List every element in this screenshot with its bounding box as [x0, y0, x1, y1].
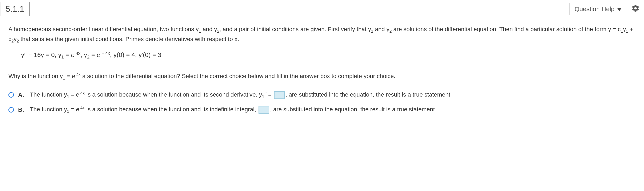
gear-icon — [631, 4, 640, 14]
text: e — [97, 51, 100, 58]
settings-button[interactable] — [631, 4, 640, 14]
sup: 4x — [74, 51, 80, 55]
content-area: A homogeneous second-order linear differ… — [0, 18, 644, 122]
text: e — [72, 73, 75, 79]
choice-b-text: The function y1 = e 4x is a solution bec… — [30, 105, 436, 115]
text: e — [71, 51, 74, 58]
question-help-button[interactable]: Question Help — [569, 3, 627, 15]
text: A homogeneous second-order linear differ… — [8, 26, 199, 32]
text: e — [76, 106, 79, 113]
text: = — [69, 91, 76, 98]
text: is a solution because when the function … — [85, 91, 262, 98]
answer-input-a[interactable] — [274, 91, 285, 99]
text: ; y(0) = 4, y′(0) = 3 — [110, 51, 161, 58]
sub: 1 — [626, 29, 628, 33]
text: , and a pair of initial conditions are g… — [219, 26, 371, 32]
text: y — [623, 26, 626, 32]
text: = — [69, 106, 76, 113]
help-label: Question Help — [574, 5, 614, 13]
choice-a-row: A. The function y1 = e 4x is a solution … — [8, 90, 636, 100]
sub: 1 — [262, 94, 264, 99]
sup: − 4x — [100, 51, 110, 55]
chevron-down-icon — [617, 5, 622, 13]
text: , are substituted into the equation, the… — [270, 106, 436, 113]
sub: 1 — [63, 76, 65, 80]
sub: 1 — [199, 29, 201, 33]
text: ′′ = — [264, 91, 273, 98]
text: , y — [80, 51, 87, 58]
sub: 2 — [217, 29, 219, 33]
svg-marker-0 — [617, 8, 622, 11]
choice-a-label: A. — [18, 91, 26, 98]
header-right: Question Help — [569, 3, 640, 15]
text: = — [65, 73, 72, 79]
text: and y — [373, 26, 389, 32]
equation-display: y′′ − 16y = 0; y1 = e 4x, y2 = e − 4x; y… — [21, 51, 636, 59]
text: y′′ − 16y = 0; y — [21, 51, 61, 58]
sub: 2 — [17, 39, 19, 43]
choice-b-row: B. The function y1 = e 4x is a solution … — [8, 105, 636, 115]
text: y — [14, 36, 17, 42]
text: and y — [201, 26, 217, 32]
header-bar: 5.1.1 Question Help — [0, 0, 644, 18]
sub: 1 — [621, 29, 623, 33]
sub: 1 — [61, 54, 64, 59]
text: e — [76, 91, 79, 98]
choice-a-text: The function y1 = e 4x is a solution bec… — [30, 90, 452, 100]
choice-b-label: B. — [18, 106, 26, 113]
radio-a[interactable] — [8, 92, 14, 98]
text: is a solution because when the function … — [85, 106, 258, 113]
text: , are substituted into the equation, the… — [286, 91, 452, 98]
text: = — [64, 51, 71, 58]
text: a solution to the differential equation?… — [81, 73, 395, 79]
sup: 4x — [79, 105, 85, 110]
text: The function y — [30, 91, 67, 98]
radio-b[interactable] — [8, 107, 14, 113]
divider — [0, 66, 644, 66]
sub: 1 — [67, 109, 69, 114]
question-number: 5.1.1 — [6, 4, 24, 13]
text: are solutions of the differential equati… — [392, 26, 621, 32]
text: The function y — [30, 106, 67, 113]
text: Why is the function y — [8, 73, 63, 79]
question-prompt: Why is the function y1 = e 4x a solution… — [8, 71, 636, 81]
sup: 4x — [79, 91, 85, 95]
problem-description: A homogeneous second-order linear differ… — [8, 25, 636, 44]
sub: 1 — [371, 29, 374, 33]
sup: 4x — [75, 72, 81, 77]
question-number-box: 5.1.1 — [0, 2, 30, 16]
text: = — [90, 51, 97, 58]
sub: 2 — [87, 54, 90, 59]
answer-input-b[interactable] — [258, 106, 269, 114]
text: that satisfies the given initial conditi… — [19, 36, 239, 42]
sub: 1 — [67, 94, 69, 99]
sub: 2 — [11, 39, 14, 43]
sub: 2 — [390, 29, 392, 33]
